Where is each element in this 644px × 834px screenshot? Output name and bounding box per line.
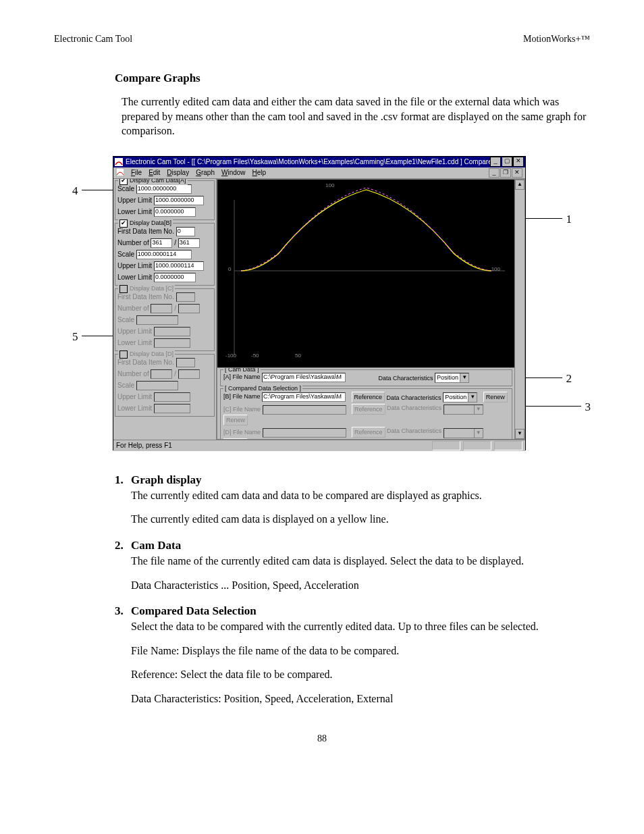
page-header: Electronic Cam Tool MotionWorks+™ [54, 34, 590, 45]
input-d-upper [154, 392, 190, 402]
display-settings-panel: ✔Display Cam Data[A] Scale 1000.0000000 … [113, 179, 217, 440]
label-a-dc: Data Characteristics [379, 374, 433, 381]
axis-right: 100 [491, 266, 500, 272]
label-c-dc: Data Characteristics [387, 405, 441, 411]
list-item-2: 2.Cam Data The file name of the currentl… [115, 539, 590, 592]
input-d-num1 [151, 369, 172, 379]
select-a-dc[interactable]: Position▼ [435, 373, 469, 383]
input-a-lower[interactable]: 0.0000000 [154, 207, 196, 217]
input-b-filename[interactable]: C:\Program Files\Yaskawa\M [262, 392, 346, 402]
input-d-first [176, 358, 195, 367]
label-b-lower: Lower Limit [117, 273, 152, 280]
select-b-dc[interactable]: Position▼ [443, 392, 477, 402]
compared-group: [ Compared Data Selection ] [B] File Nam… [220, 388, 512, 439]
input-b-num1[interactable]: 361 [151, 238, 172, 248]
checkbox-a[interactable]: ✔ [119, 179, 128, 185]
menu-graph[interactable]: Graph [196, 169, 215, 176]
label-b-upper: Upper Limit [117, 261, 152, 269]
input-d-num2 [178, 369, 200, 379]
renew-b-button[interactable]: Renew [483, 392, 508, 402]
compared-legend: [ Compared Data Selection ] [223, 385, 302, 392]
input-c-filename [263, 405, 346, 415]
camdata-group: [ Cam Data ] [A] File Name C:\Program Fi… [220, 369, 512, 386]
input-b-num2[interactable]: 361 [178, 238, 200, 248]
menu-edit[interactable]: Edit [149, 169, 160, 176]
label-c-first: First Data Item No. [117, 292, 174, 300]
menu-window[interactable]: Window [221, 169, 246, 176]
label-b-dc: Data Characteristics [387, 394, 441, 400]
checkbox-d[interactable] [119, 350, 128, 359]
header-right: MotionWorks+™ [523, 34, 590, 45]
callout-2: 2 [566, 372, 572, 386]
mdi-restore-button[interactable]: ❐ [500, 168, 511, 178]
axis-zero: 0 [228, 266, 231, 272]
callout-5: 5 [72, 330, 78, 344]
mdi-minimize-button[interactable]: _ [489, 168, 500, 178]
checkbox-c[interactable] [119, 285, 128, 293]
status-cell [432, 441, 460, 450]
menu-help[interactable]: Help [252, 169, 267, 176]
menu-file[interactable]: File [131, 169, 142, 176]
input-c-num1 [151, 304, 172, 313]
window-title: Electronic Cam Tool - [[ C:\Program File… [126, 158, 490, 165]
status-text: For Help, press F1 [116, 442, 172, 449]
input-b-scale[interactable]: 1000.0000114 [136, 250, 192, 259]
reference-b-button[interactable]: Reference [352, 392, 385, 402]
minimize-button[interactable]: _ [490, 157, 501, 167]
reference-c-button[interactable]: Reference [352, 404, 385, 415]
group-display-c: Display Data [C] First Data Item No. Num… [115, 288, 215, 351]
app-icon [115, 158, 123, 166]
graph-display[interactable]: 100 0 100 -100 -50 50 [217, 180, 515, 362]
input-a-scale[interactable]: 1000.0000000 [136, 184, 192, 194]
status-cell [494, 441, 522, 450]
vertical-scrollbar[interactable]: ▲ ▼ [514, 180, 525, 439]
label-d-number: Number of [117, 369, 149, 377]
chevron-down-icon: ▼ [468, 393, 477, 402]
item-1-title: Graph display [131, 473, 201, 487]
item-2-p2: Data Characteristics ... Position, Speed… [131, 578, 590, 593]
mdi-close-button[interactable]: ✕ [512, 168, 522, 178]
reference-d-button[interactable]: Reference [352, 427, 385, 438]
doc-icon [116, 168, 124, 178]
scroll-down-button[interactable]: ▼ [515, 429, 525, 439]
input-b-first[interactable]: 0 [176, 227, 195, 236]
checkbox-b[interactable]: ✔ [119, 219, 128, 228]
input-c-scale [136, 315, 178, 325]
titlebar: Electronic Cam Tool - [[ C:\Program File… [113, 157, 525, 167]
item-2-title: Cam Data [131, 539, 181, 552]
page-number: 88 [54, 733, 590, 744]
label-a-scale: Scale [117, 184, 134, 192]
label-d-scale: Scale [117, 381, 134, 388]
input-a-filename[interactable]: C:\Program Files\Yaskawa\M [262, 373, 346, 382]
maximize-button[interactable]: ▢ [502, 157, 512, 167]
status-cell [463, 441, 491, 450]
label-d-first: First Data Item No. [117, 358, 174, 365]
input-b-lower[interactable]: 0.0000000 [154, 273, 196, 282]
menu-display[interactable]: Display [167, 169, 189, 176]
label-b-first: First Data Item No. [117, 227, 174, 234]
chevron-down-icon: ▼ [474, 429, 483, 438]
label-c-scale: Scale [117, 315, 134, 323]
item-2-p1: The file name of the currently edited ca… [131, 554, 590, 569]
bottom-forms: [ Cam Data ] [A] File Name C:\Program Fi… [217, 367, 515, 439]
input-d-scale [136, 381, 178, 390]
item-3-p3: Reference: Select the data file to be co… [131, 667, 590, 682]
list-item-3: 3.Compared Data Selection Select the dat… [115, 604, 590, 706]
label-c-number: Number of [117, 304, 149, 311]
input-d-lower [154, 404, 190, 413]
axis-tick2: 50 [295, 353, 301, 359]
label-a-lower: Lower Limit [117, 207, 152, 215]
scroll-up-button[interactable]: ▲ [515, 180, 525, 190]
axis-bottom: -100 [225, 353, 236, 359]
select-d-dc: ▼ [444, 428, 483, 438]
group-display-a: ✔Display Cam Data[A] Scale 1000.0000000 … [115, 180, 215, 220]
screenshot-figure: 4 5 1 2 3 Electronic Cam Tool - [[ C:\Pr… [72, 156, 572, 453]
close-button[interactable]: ✕ [513, 157, 524, 167]
label-d-upper: Upper Limit [117, 392, 152, 400]
item-3-title: Compared Data Selection [131, 604, 257, 618]
input-b-upper[interactable]: 1000.0000114 [154, 261, 204, 271]
input-a-upper[interactable]: 1000.0000000 [154, 196, 204, 205]
chevron-down-icon: ▼ [460, 373, 468, 382]
item-3-p4: Data Characteristics: Position, Speed, A… [131, 692, 590, 706]
app-window: Electronic Cam Tool - [[ C:\Program File… [113, 156, 526, 450]
